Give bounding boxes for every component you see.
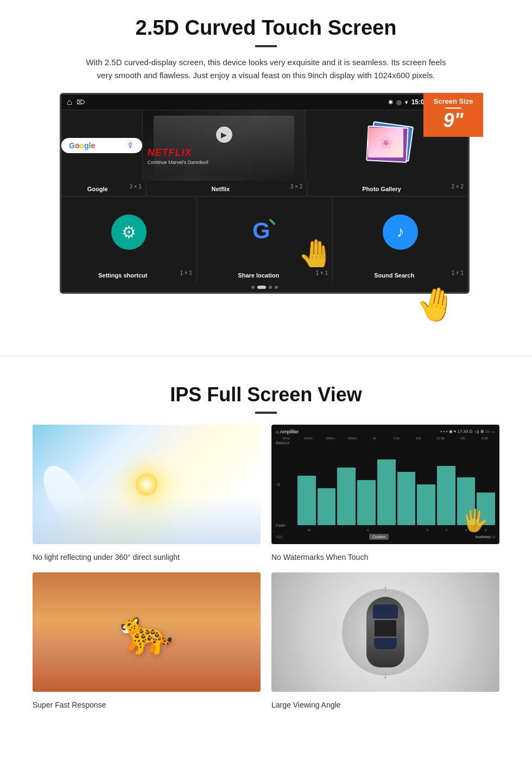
dot-3 bbox=[269, 286, 272, 289]
feature-car: ↑ ↓ Large Viewing Angle bbox=[271, 572, 499, 709]
badge-divider bbox=[445, 108, 461, 109]
amp-custom-button[interactable]: Custom bbox=[369, 534, 389, 540]
gallery-label-cell: Photo Gallery 2 × 2 bbox=[307, 181, 468, 196]
car-roof bbox=[375, 620, 396, 636]
eq-bar-2 bbox=[318, 488, 336, 525]
sound-app-size: 1 × 1 bbox=[451, 270, 464, 276]
svg-line-1 bbox=[270, 220, 274, 224]
netflix-app-size: 3 × 2 bbox=[290, 184, 303, 190]
sunlight-caption: No light reflecting under 360° direct su… bbox=[33, 553, 261, 562]
settings-app-cell[interactable]: ⚙ bbox=[61, 197, 197, 267]
app-labels-row-1: Google 3 × 1 Netflix 3 × 2 Photo Gallery… bbox=[61, 181, 468, 196]
feature-amplifier: ⌂ Amplifier ▪ ▪ ▪ ◉ ▾ 17:33 ⊡ ◁) ⊠ ▭ — 6… bbox=[271, 425, 499, 562]
car-image: ↑ ↓ bbox=[271, 572, 499, 692]
amp-fader-label: Fader bbox=[276, 523, 295, 527]
app-labels-row-2: Settings shortcut 1 × 1 Share location 1… bbox=[61, 267, 468, 282]
location-icon: ◎ bbox=[396, 99, 402, 106]
sound-label-cell: Sound Search 1 × 1 bbox=[333, 267, 468, 282]
gallery-app-size: 2 × 2 bbox=[451, 184, 464, 190]
settings-label-cell: Settings shortcut 1 × 1 bbox=[61, 267, 197, 282]
dot-4 bbox=[275, 286, 278, 289]
section1-title: 2.5D Curved Touch Screen bbox=[33, 16, 499, 40]
eq-bar-7 bbox=[417, 484, 435, 526]
feature-grid: No light reflecting under 360° direct su… bbox=[33, 425, 499, 709]
pointing-hand-icon: 🤚 bbox=[412, 282, 460, 332]
google-search-bar[interactable]: Google 🎙 bbox=[61, 138, 142, 153]
feature-cheetah: 🐆 Super Fast Response bbox=[33, 572, 261, 709]
amp-volume-icon: ◁) bbox=[276, 482, 295, 487]
car-body bbox=[366, 597, 404, 667]
share-location-cell[interactable]: G 🤚 bbox=[197, 197, 333, 267]
wifi-icon: ▾ bbox=[405, 99, 408, 106]
share-app-size: 1 × 1 bbox=[315, 270, 328, 276]
amp-hand-icon: 🖐 bbox=[461, 508, 489, 533]
cheetah-caption: Super Fast Response bbox=[33, 701, 261, 709]
cheetah-image: 🐆 bbox=[33, 572, 261, 692]
car-arrow-top: ↑ bbox=[383, 583, 388, 595]
eq-freq-labels: 60hz 100hz 200hz 500hz 1k 2.5k 10k 12.5k… bbox=[276, 437, 495, 440]
feature-sunlight: No light reflecting under 360° direct su… bbox=[33, 425, 261, 562]
netflix-label-cell: Netflix 3 × 2 bbox=[147, 181, 308, 196]
amp-y-labels: Balance ◁) Fader bbox=[276, 441, 297, 527]
car-caption: Large Viewing Angle bbox=[271, 701, 499, 709]
car-visual: ↑ ↓ bbox=[271, 572, 499, 692]
eq-bar-6 bbox=[397, 472, 416, 525]
amplifier-caption: No Watermarks When Touch bbox=[271, 553, 499, 562]
section1-description: With 2.5D curved-display screen, this de… bbox=[81, 56, 451, 82]
cheetah-icon: 🐆 bbox=[119, 607, 174, 658]
section2-title: IPS Full Screen View bbox=[33, 383, 499, 406]
amp-status: ▪ ▪ ▪ ◉ ▾ 17:33 ⊡ ◁) ⊠ ▭ — bbox=[441, 429, 495, 434]
status-bar-left: ⌂ ⌦ bbox=[67, 97, 85, 107]
google-app-label: Google bbox=[87, 186, 108, 192]
hand-pointing-icon: 🤚 bbox=[297, 237, 333, 267]
car-platform bbox=[342, 589, 429, 676]
google-mic-icon[interactable]: 🎙 bbox=[127, 141, 135, 150]
car-top-view: ↑ ↓ bbox=[342, 589, 429, 676]
eq-bar-3 bbox=[337, 468, 356, 525]
car-windshield bbox=[373, 604, 398, 619]
section-ips-view: IPS Full Screen View No light reflecting… bbox=[0, 373, 532, 726]
title-divider bbox=[255, 45, 277, 47]
netflix-logo: NETFLIX bbox=[147, 147, 301, 159]
car-rear-window bbox=[374, 638, 397, 649]
section-curved-touch: 2.5D Curved Touch Screen With 2.5D curve… bbox=[0, 0, 532, 339]
settings-app-label: Settings shortcut bbox=[98, 272, 147, 279]
sound-app-label: Sound Search bbox=[374, 272, 414, 279]
netflix-app-label: Netflix bbox=[212, 186, 230, 192]
screen-size-badge: Screen Size 9" bbox=[423, 93, 483, 137]
sun-core bbox=[136, 474, 157, 495]
settings-app-size: 1 × 1 bbox=[180, 270, 192, 276]
eq-bar-5 bbox=[377, 459, 396, 525]
google-app-cell[interactable]: Google 🎙 bbox=[61, 110, 143, 181]
device-container: Screen Size 9" ⌂ ⌦ ✱ ◎ ▾ 15:06 ⊡ ◁) ⊠ bbox=[60, 93, 472, 294]
amp-balance-label: Balance bbox=[276, 441, 295, 445]
netflix-subtitle: Continue Marvel's Daredevil bbox=[147, 160, 301, 165]
google-label-cell: Google 3 × 1 bbox=[61, 181, 147, 196]
dot-2-active bbox=[257, 286, 266, 289]
share-label-cell: Share location 1 × 1 bbox=[197, 267, 333, 282]
home-icon[interactable]: ⌂ bbox=[67, 97, 72, 107]
sound-search-cell[interactable]: ♪ bbox=[333, 197, 468, 267]
section-divider-line bbox=[0, 356, 532, 356]
google-logo: Google bbox=[69, 141, 95, 150]
amp-loudness-label: loudness ⬭ bbox=[476, 535, 495, 539]
amp-footer: ◁◁ Custom loudness ⬭ bbox=[276, 534, 495, 540]
share-app-label: Share location bbox=[238, 272, 279, 279]
netflix-content: ▶ NETFLIX Continue Marvel's Daredevil bbox=[143, 122, 305, 169]
eq-bar-1 bbox=[297, 476, 316, 525]
amplifier-image: ⌂ Amplifier ▪ ▪ ▪ ◉ ▾ 17:33 ⊡ ◁) ⊠ ▭ — 6… bbox=[271, 425, 499, 544]
netflix-play-button[interactable]: ▶ bbox=[216, 127, 232, 143]
pagination-dots bbox=[61, 282, 468, 292]
sunlight-visual bbox=[33, 425, 261, 544]
netflix-app-cell[interactable]: ▶ NETFLIX Continue Marvel's Daredevil bbox=[143, 110, 306, 181]
sound-icon: ♪ bbox=[383, 215, 418, 250]
cheetah-visual: 🐆 bbox=[33, 572, 261, 692]
amp-title: ⌂ Amplifier bbox=[276, 429, 299, 434]
car-arrow-bottom: ↓ bbox=[383, 670, 388, 681]
android-screen: ⌂ ⌦ ✱ ◎ ▾ 15:06 ⊡ ◁) ⊠ ▭ bbox=[60, 93, 470, 294]
share-g-icon: G bbox=[251, 216, 278, 248]
badge-label: Screen Size bbox=[429, 97, 478, 105]
bluetooth-icon: ✱ bbox=[388, 99, 393, 106]
photo-flower: 🌸 bbox=[368, 128, 403, 157]
google-app-size: 3 × 1 bbox=[129, 184, 142, 190]
